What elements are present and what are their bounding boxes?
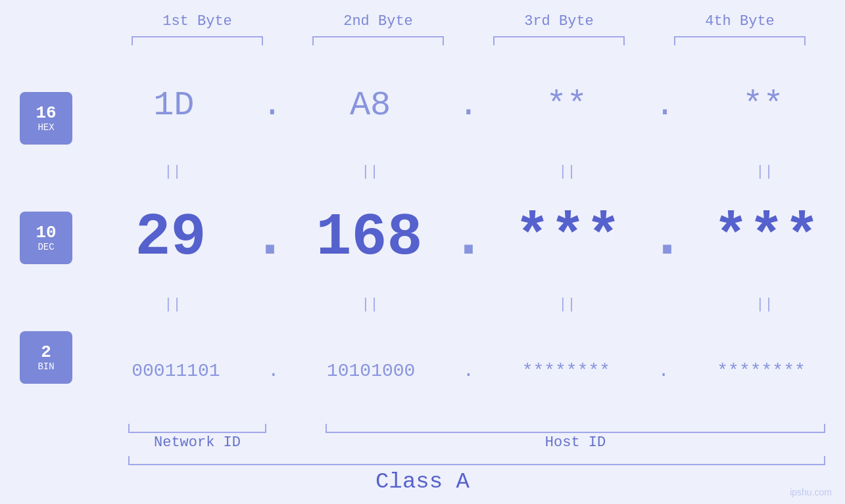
host-id-label: Host ID (326, 434, 825, 451)
eq1-b3: || (495, 164, 640, 180)
network-id-label: Network ID (128, 434, 266, 451)
top-brackets-row (107, 36, 831, 45)
host-bracket (326, 424, 825, 433)
bin-byte4: ******** (689, 361, 834, 381)
full-bracket-row (128, 456, 845, 465)
hex-byte1: 1D (101, 86, 246, 125)
data-grid: 1D . A8 . ** . ** || || || || 29 (92, 52, 845, 424)
dec-byte3: *** (495, 204, 640, 271)
dec-dot3: . (649, 204, 685, 271)
byte-label-4: 4th Byte (667, 13, 812, 30)
eq2-b3: || (495, 296, 640, 313)
bottom-section: Network ID Host ID Class A (0, 424, 845, 504)
hex-byte3: ** (495, 86, 639, 125)
bin-dot2: . (463, 361, 474, 381)
eq2-b1: || (101, 296, 245, 313)
eq2-b2: || (298, 296, 443, 313)
bracket-top-4 (674, 36, 806, 45)
byte-label-1: 1st Byte (125, 13, 270, 30)
badge-hex-number: 16 (36, 104, 56, 123)
full-bracket (128, 456, 825, 465)
equals-row-2: || || || || (92, 291, 845, 317)
labels-gap (266, 434, 326, 451)
hex-dot1: . (262, 86, 282, 125)
hex-dot2: . (458, 86, 479, 125)
hex-row: 1D . A8 . ** . ** (92, 52, 845, 158)
network-bracket (128, 424, 266, 433)
byte-label-3: 3rd Byte (487, 13, 631, 30)
byte-label-2: 2nd Byte (306, 13, 450, 30)
id-labels-row: Network ID Host ID (128, 434, 845, 451)
hex-byte2: A8 (298, 86, 443, 125)
class-label: Class A (0, 469, 845, 504)
hex-byte4: ** (691, 86, 836, 125)
badge-hex: 16 HEX (20, 92, 72, 145)
bracket-top-1 (132, 36, 263, 45)
badge-bin-number: 2 (41, 343, 51, 362)
dec-byte4: *** (694, 204, 838, 271)
bracket-top-2 (312, 36, 444, 45)
byte-labels-row: 1st Byte 2nd Byte 3rd Byte 4th Byte (107, 13, 831, 30)
badge-hex-label: HEX (37, 122, 54, 133)
bin-byte1: 00011101 (103, 361, 248, 381)
watermark: ipshu.com (790, 487, 832, 497)
badge-bin: 2 BIN (20, 331, 72, 384)
bin-row: 00011101 . 10101000 . ******** . *******… (92, 317, 845, 424)
dec-row: 29 . 168 . *** . *** (92, 185, 845, 291)
dec-byte2: 168 (297, 204, 441, 271)
dec-dot1: . (252, 204, 287, 271)
hex-dot3: . (655, 86, 675, 125)
eq1-b4: || (692, 164, 837, 180)
bin-dot3: . (658, 361, 669, 381)
eq1-b2: || (298, 164, 443, 180)
dec-dot2: . (450, 204, 486, 271)
eq2-b4: || (692, 296, 837, 313)
eq1-b1: || (101, 164, 245, 180)
badge-bin-label: BIN (37, 361, 54, 372)
bin-byte3: ******** (494, 361, 639, 381)
badges-column: 16 HEX 10 DEC 2 BIN (0, 52, 92, 424)
dec-byte1: 29 (98, 204, 243, 271)
badge-dec-number: 10 (36, 223, 56, 242)
badge-dec: 10 DEC (20, 212, 72, 264)
bracket-top-3 (493, 36, 625, 45)
main-container: 1st Byte 2nd Byte 3rd Byte 4th Byte 16 H… (0, 0, 845, 504)
bin-byte2: 10101000 (299, 361, 443, 381)
bracket-gap (266, 424, 326, 433)
bin-dot1: . (268, 361, 279, 381)
equals-row-1: || || || || (92, 158, 845, 185)
badge-dec-label: DEC (37, 242, 54, 252)
bottom-brackets (128, 424, 845, 433)
